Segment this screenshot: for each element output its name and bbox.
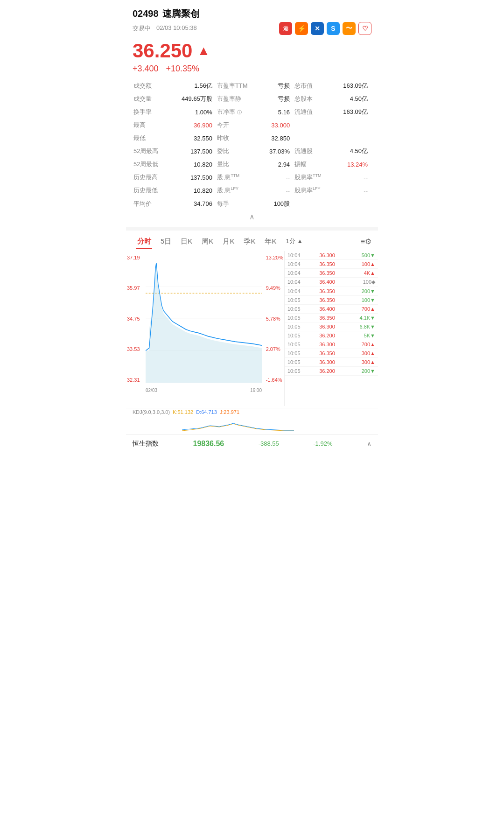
y-pct-labels: 13.20% 9.49% 5.78% 2.07% -1.64% [266,255,283,383]
change-row: +3.400 +10.35% [133,64,371,74]
y-label-5: 32.31 [127,377,140,383]
tab-yeark[interactable]: 年K [260,234,281,249]
trade-row: 10:0536.300300▲ [285,358,378,367]
flash-icon[interactable]: ⚡ [295,22,308,35]
tab-monthk[interactable]: 月K [218,234,239,249]
stats-row-52l: 52周最低 10.820 量比 2.94 振幅 13.24% [133,158,371,171]
stats-row-high: 最高 36.900 今开 33.000 [133,119,371,132]
float-val-value: 163.09亿 [332,105,371,119]
up-arrow-icon: ▲ [197,43,210,58]
market-cap-value: 163.09亿 [332,79,371,92]
tab-fenshi[interactable]: 分时 [133,234,156,249]
trade-vol: 200▼ [352,288,375,294]
open-value: 33.000 [259,119,294,132]
index-change: -388.55 [259,440,279,447]
div-rate-ttm-label: 股息率TTM [294,171,332,184]
w52-high-value: 137.500 [168,145,216,158]
stock-title-row: 02498 速腾聚创 [133,7,371,20]
div-lfy-label: 股 息LFY [216,184,260,197]
w52-low-label: 52周最低 [133,158,168,171]
y-pct-1: 13.20% [266,255,283,260]
low-label: 最低 [133,132,168,145]
entrust-label: 委比 [216,145,260,158]
status-left: 交易中 02/03 10:05:38 [133,24,197,33]
s-icon[interactable]: S [327,22,340,35]
status-row: 交易中 02/03 10:05:38 港 ⚡ ✕ S 〜 ♡ [133,22,371,35]
kdj-d: D:64.713 [196,409,217,415]
y-label-3: 34.75 [127,316,140,322]
trade-price: 36.200 [315,368,339,374]
wave-icon[interactable]: 〜 [343,22,356,35]
trade-vol: 500▼ [352,252,375,258]
vol-ratio-label: 量比 [216,158,260,171]
collapse-button[interactable]: ∧ [133,210,371,223]
stats-row-histh: 历史最高 137.500 股 息TTM -- 股息率TTM -- [133,171,371,184]
trade-list: 10:0436.300500▼10:0436.350100▲10:0436.35… [285,251,378,406]
trade-row: 10:0536.3006.8K▼ [285,322,378,331]
stock-code: 02498 [133,8,159,19]
hist-high-label: 历史最高 [133,171,168,184]
trade-vol: 4.1K▼ [352,315,375,321]
pe-ttm-value: 亏损 [259,79,294,92]
trade-row: 10:0536.400700▲ [285,305,378,314]
tab-1min[interactable]: 1分 ▲ [281,234,308,248]
tab-weekk[interactable]: 周K [197,234,218,249]
trade-price: 36.300 [315,359,339,365]
x-icon[interactable]: ✕ [311,22,324,35]
hist-low-label: 历史最低 [133,184,168,197]
amplitude-label: 振幅 [294,158,332,171]
trade-vol: 200▼ [352,368,375,374]
y-label-2: 35.97 [127,285,140,291]
bottom-index-bar[interactable]: 恒生指数 19836.56 -388.55 -1.92% ∧ [126,434,378,453]
trade-row: 10:0436.300500▼ [285,251,378,260]
avg-value: 34.706 [168,197,216,210]
index-name: 恒生指数 [133,440,159,448]
tab-5day[interactable]: 5日 [156,234,176,249]
trade-vol: 100▼ [352,297,375,303]
chart-section: 分时 5日 日K 周K 月K 季K 年K 1分 ▲ ≡⚙ 37.19 35.97… [126,231,378,434]
chevron-up-icon[interactable]: ∧ [367,440,371,448]
vol-amount-label: 成交额 [133,79,168,92]
trade-price: 36.350 [315,350,339,356]
tab-dayk[interactable]: 日K [176,234,197,249]
w52-high-label: 52周最高 [133,145,168,158]
trade-time: 10:05 [287,324,302,329]
stats-row-histl: 历史最低 10.820 股 息LFY -- 股息率LFY -- [133,184,371,197]
trade-row: 10:0436.350200▼ [285,287,378,296]
chart-svg [146,255,262,383]
y-pct-2: 9.49% [266,285,283,291]
tab-seasonk[interactable]: 季K [239,234,260,249]
hk-icon[interactable]: 港 [279,22,292,35]
settings-icon[interactable]: ≡⚙ [361,237,371,246]
kdj-row: KDJ(9.0,3.0,3.0) K:51.132 D:64.713 J:23.… [126,408,378,416]
kdj-params: KDJ(9.0,3.0,3.0) [133,409,170,415]
trade-row: 10:0436.400100◆ [285,278,378,287]
div-rate-lfy-label: 股息率LFY [294,184,332,197]
y-pct-3: 5.78% [266,316,283,322]
y-pct-5: -1.64% [266,377,283,383]
trade-price: 36.400 [315,306,339,312]
pb-label: 市净率 ⓘ [216,105,260,119]
trade-vol: 100▲ [352,261,375,267]
vol-shares-label: 成交量 [133,92,168,105]
trade-row: 10:0536.350100▼ [285,296,378,305]
trade-row: 10:0436.350100▲ [285,260,378,269]
trade-row: 10:0536.200200▼ [285,367,378,376]
heart-icon[interactable]: ♡ [358,22,371,35]
vol-shares-value: 449.65万股 [168,92,216,105]
trade-price: 36.300 [315,324,339,329]
stats-table: 成交额 1.56亿 市盈率TTM 亏损 总市值 163.09亿 成交量 449.… [133,79,371,210]
trade-vol: 4K▲ [352,270,375,276]
pe-static-label: 市盈率静 [216,92,260,105]
kdj-k: K:51.132 [173,409,193,415]
float-val-label: 流通值 [294,105,332,119]
trade-price: 36.200 [315,333,339,338]
price-chart: 37.19 35.97 34.75 33.53 32.31 13.20% 9.4… [126,251,285,406]
index-pct: -1.92% [313,440,332,447]
stats-row-low: 最低 32.550 昨收 32.850 [133,132,371,145]
turnover-value: 1.00% [168,105,216,119]
trade-price: 36.350 [315,270,339,276]
trade-vol: 700▲ [352,306,375,312]
x-labels: 02/03 16:00 [146,388,262,393]
trade-row: 10:0436.3504K▲ [285,269,378,278]
